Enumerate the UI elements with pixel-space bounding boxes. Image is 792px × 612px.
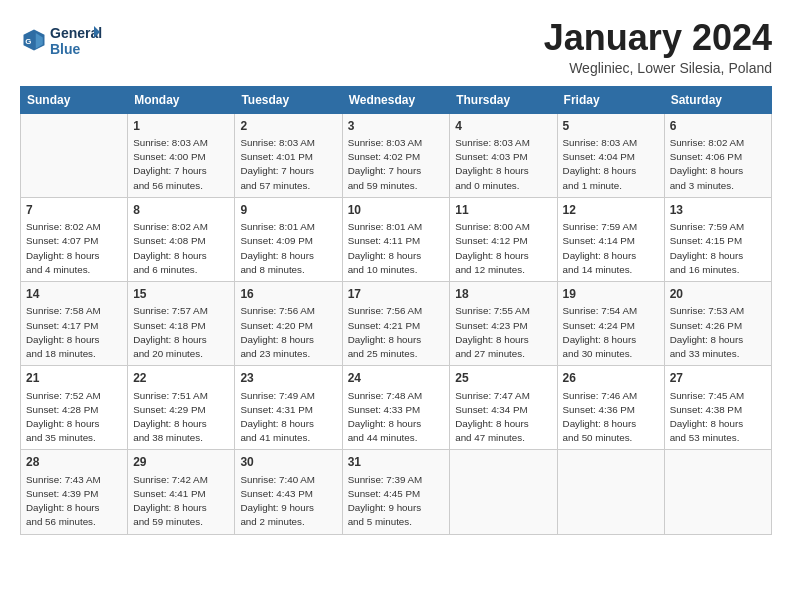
- calendar-cell: [664, 450, 771, 534]
- calendar-cell: 14Sunrise: 7:58 AM Sunset: 4:17 PM Dayli…: [21, 282, 128, 366]
- calendar-cell: 27Sunrise: 7:45 AM Sunset: 4:38 PM Dayli…: [664, 366, 771, 450]
- calendar-cell: 28Sunrise: 7:43 AM Sunset: 4:39 PM Dayli…: [21, 450, 128, 534]
- calendar-cell: 4Sunrise: 8:03 AM Sunset: 4:03 PM Daylig…: [450, 113, 557, 197]
- day-number: 31: [348, 454, 445, 471]
- day-number: 28: [26, 454, 122, 471]
- calendar-cell: 2Sunrise: 8:03 AM Sunset: 4:01 PM Daylig…: [235, 113, 342, 197]
- day-info: Sunrise: 8:03 AM Sunset: 4:04 PM Dayligh…: [563, 136, 659, 193]
- day-number: 20: [670, 286, 766, 303]
- week-row-0: 1Sunrise: 8:03 AM Sunset: 4:00 PM Daylig…: [21, 113, 772, 197]
- calendar-cell: 1Sunrise: 8:03 AM Sunset: 4:00 PM Daylig…: [128, 113, 235, 197]
- day-info: Sunrise: 8:03 AM Sunset: 4:00 PM Dayligh…: [133, 136, 229, 193]
- day-info: Sunrise: 8:00 AM Sunset: 4:12 PM Dayligh…: [455, 220, 551, 277]
- day-info: Sunrise: 7:56 AM Sunset: 4:21 PM Dayligh…: [348, 304, 445, 361]
- page-container: G General Blue January 2024 Wegliniec, L…: [0, 0, 792, 545]
- day-number: 17: [348, 286, 445, 303]
- day-info: Sunrise: 7:57 AM Sunset: 4:18 PM Dayligh…: [133, 304, 229, 361]
- calendar-cell: 18Sunrise: 7:55 AM Sunset: 4:23 PM Dayli…: [450, 282, 557, 366]
- day-number: 26: [563, 370, 659, 387]
- day-number: 9: [240, 202, 336, 219]
- day-info: Sunrise: 8:02 AM Sunset: 4:08 PM Dayligh…: [133, 220, 229, 277]
- day-number: 4: [455, 118, 551, 135]
- day-info: Sunrise: 7:46 AM Sunset: 4:36 PM Dayligh…: [563, 389, 659, 446]
- day-info: Sunrise: 7:58 AM Sunset: 4:17 PM Dayligh…: [26, 304, 122, 361]
- calendar-body: 1Sunrise: 8:03 AM Sunset: 4:00 PM Daylig…: [21, 113, 772, 534]
- day-info: Sunrise: 7:39 AM Sunset: 4:45 PM Dayligh…: [348, 473, 445, 530]
- day-number: 10: [348, 202, 445, 219]
- col-thursday: Thursday: [450, 86, 557, 113]
- calendar-cell: 22Sunrise: 7:51 AM Sunset: 4:29 PM Dayli…: [128, 366, 235, 450]
- day-number: 19: [563, 286, 659, 303]
- day-number: 13: [670, 202, 766, 219]
- header-row: Sunday Monday Tuesday Wednesday Thursday…: [21, 86, 772, 113]
- calendar-cell: [557, 450, 664, 534]
- day-number: 2: [240, 118, 336, 135]
- day-number: 1: [133, 118, 229, 135]
- week-row-3: 21Sunrise: 7:52 AM Sunset: 4:28 PM Dayli…: [21, 366, 772, 450]
- col-monday: Monday: [128, 86, 235, 113]
- day-number: 7: [26, 202, 122, 219]
- location-subtitle: Wegliniec, Lower Silesia, Poland: [544, 60, 772, 76]
- day-info: Sunrise: 7:55 AM Sunset: 4:23 PM Dayligh…: [455, 304, 551, 361]
- logo-text-area: General Blue: [50, 22, 102, 58]
- calendar-cell: 26Sunrise: 7:46 AM Sunset: 4:36 PM Dayli…: [557, 366, 664, 450]
- calendar-cell: [450, 450, 557, 534]
- logo: G General Blue: [20, 22, 102, 58]
- day-number: 18: [455, 286, 551, 303]
- col-wednesday: Wednesday: [342, 86, 450, 113]
- day-info: Sunrise: 7:52 AM Sunset: 4:28 PM Dayligh…: [26, 389, 122, 446]
- col-tuesday: Tuesday: [235, 86, 342, 113]
- day-info: Sunrise: 7:51 AM Sunset: 4:29 PM Dayligh…: [133, 389, 229, 446]
- day-info: Sunrise: 7:59 AM Sunset: 4:14 PM Dayligh…: [563, 220, 659, 277]
- day-info: Sunrise: 7:56 AM Sunset: 4:20 PM Dayligh…: [240, 304, 336, 361]
- day-number: 14: [26, 286, 122, 303]
- day-number: 25: [455, 370, 551, 387]
- calendar-cell: 30Sunrise: 7:40 AM Sunset: 4:43 PM Dayli…: [235, 450, 342, 534]
- day-number: 15: [133, 286, 229, 303]
- day-number: 29: [133, 454, 229, 471]
- day-info: Sunrise: 7:40 AM Sunset: 4:43 PM Dayligh…: [240, 473, 336, 530]
- calendar-cell: 9Sunrise: 8:01 AM Sunset: 4:09 PM Daylig…: [235, 197, 342, 281]
- calendar-cell: 6Sunrise: 8:02 AM Sunset: 4:06 PM Daylig…: [664, 113, 771, 197]
- day-info: Sunrise: 7:59 AM Sunset: 4:15 PM Dayligh…: [670, 220, 766, 277]
- calendar-cell: 20Sunrise: 7:53 AM Sunset: 4:26 PM Dayli…: [664, 282, 771, 366]
- svg-text:G: G: [25, 37, 31, 46]
- day-info: Sunrise: 8:01 AM Sunset: 4:11 PM Dayligh…: [348, 220, 445, 277]
- day-info: Sunrise: 7:53 AM Sunset: 4:26 PM Dayligh…: [670, 304, 766, 361]
- week-row-1: 7Sunrise: 8:02 AM Sunset: 4:07 PM Daylig…: [21, 197, 772, 281]
- day-info: Sunrise: 8:01 AM Sunset: 4:09 PM Dayligh…: [240, 220, 336, 277]
- day-number: 27: [670, 370, 766, 387]
- day-info: Sunrise: 7:42 AM Sunset: 4:41 PM Dayligh…: [133, 473, 229, 530]
- day-info: Sunrise: 8:03 AM Sunset: 4:01 PM Dayligh…: [240, 136, 336, 193]
- calendar-cell: 21Sunrise: 7:52 AM Sunset: 4:28 PM Dayli…: [21, 366, 128, 450]
- calendar-cell: 5Sunrise: 8:03 AM Sunset: 4:04 PM Daylig…: [557, 113, 664, 197]
- col-friday: Friday: [557, 86, 664, 113]
- calendar-cell: 29Sunrise: 7:42 AM Sunset: 4:41 PM Dayli…: [128, 450, 235, 534]
- calendar-cell: 25Sunrise: 7:47 AM Sunset: 4:34 PM Dayli…: [450, 366, 557, 450]
- calendar-cell: 31Sunrise: 7:39 AM Sunset: 4:45 PM Dayli…: [342, 450, 450, 534]
- day-info: Sunrise: 8:03 AM Sunset: 4:03 PM Dayligh…: [455, 136, 551, 193]
- day-info: Sunrise: 8:02 AM Sunset: 4:06 PM Dayligh…: [670, 136, 766, 193]
- calendar-cell: 23Sunrise: 7:49 AM Sunset: 4:31 PM Dayli…: [235, 366, 342, 450]
- day-info: Sunrise: 8:03 AM Sunset: 4:02 PM Dayligh…: [348, 136, 445, 193]
- calendar-cell: 13Sunrise: 7:59 AM Sunset: 4:15 PM Dayli…: [664, 197, 771, 281]
- calendar-cell: 8Sunrise: 8:02 AM Sunset: 4:08 PM Daylig…: [128, 197, 235, 281]
- calendar-cell: 16Sunrise: 7:56 AM Sunset: 4:20 PM Dayli…: [235, 282, 342, 366]
- calendar-cell: 17Sunrise: 7:56 AM Sunset: 4:21 PM Dayli…: [342, 282, 450, 366]
- day-info: Sunrise: 7:47 AM Sunset: 4:34 PM Dayligh…: [455, 389, 551, 446]
- week-row-4: 28Sunrise: 7:43 AM Sunset: 4:39 PM Dayli…: [21, 450, 772, 534]
- header: G General Blue January 2024 Wegliniec, L…: [20, 18, 772, 76]
- svg-text:Blue: Blue: [50, 41, 81, 57]
- day-number: 23: [240, 370, 336, 387]
- day-info: Sunrise: 7:54 AM Sunset: 4:24 PM Dayligh…: [563, 304, 659, 361]
- day-number: 11: [455, 202, 551, 219]
- day-number: 16: [240, 286, 336, 303]
- calendar-cell: 10Sunrise: 8:01 AM Sunset: 4:11 PM Dayli…: [342, 197, 450, 281]
- day-number: 12: [563, 202, 659, 219]
- calendar-cell: 24Sunrise: 7:48 AM Sunset: 4:33 PM Dayli…: [342, 366, 450, 450]
- day-number: 22: [133, 370, 229, 387]
- col-sunday: Sunday: [21, 86, 128, 113]
- calendar-cell: 12Sunrise: 7:59 AM Sunset: 4:14 PM Dayli…: [557, 197, 664, 281]
- calendar-cell: 3Sunrise: 8:03 AM Sunset: 4:02 PM Daylig…: [342, 113, 450, 197]
- day-number: 30: [240, 454, 336, 471]
